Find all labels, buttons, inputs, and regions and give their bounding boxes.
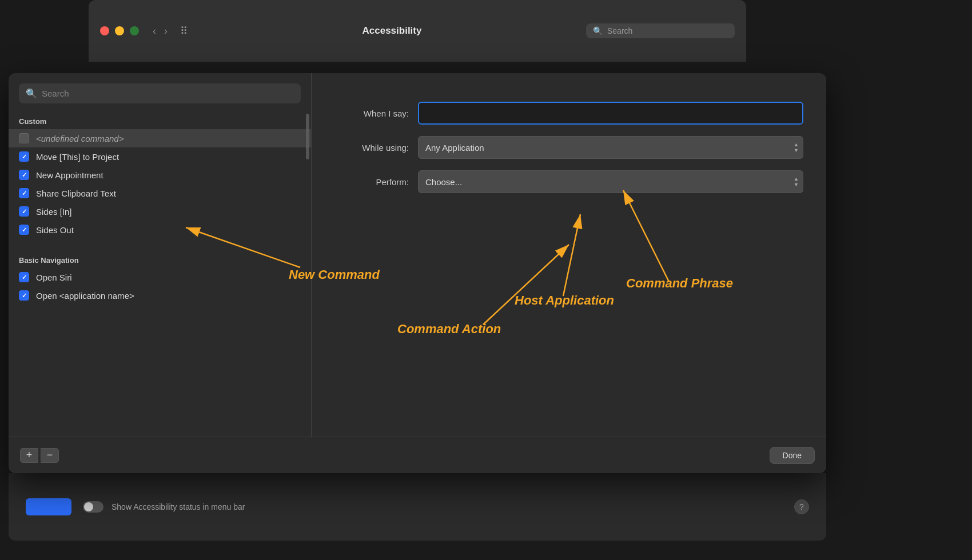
perform-select-wrapper: Choose... ▲ ▼ xyxy=(418,170,803,193)
search-icon: 🔍 xyxy=(593,26,603,35)
scrollbar-thumb[interactable] xyxy=(306,114,309,159)
forward-arrow[interactable]: › xyxy=(162,25,170,37)
help-button[interactable]: ? xyxy=(794,499,809,514)
title-search-input[interactable] xyxy=(607,26,728,35)
search-box[interactable]: 🔍 xyxy=(19,83,301,103)
item-label-sides-out: Sides Out xyxy=(36,225,74,235)
done-button[interactable]: Done xyxy=(770,447,815,464)
list-item-open-siri[interactable]: Open Siri xyxy=(9,268,311,286)
when-i-say-row: When I say: xyxy=(334,102,803,125)
right-panel: When I say: While using: Any Application… xyxy=(312,73,826,437)
perform-select[interactable]: Choose... xyxy=(418,170,803,193)
while-using-row: While using: Any Application ▲ ▼ xyxy=(334,136,803,159)
checkbox-sides-in[interactable] xyxy=(19,206,29,217)
list-item-move-project[interactable]: Move [This] to Project xyxy=(9,147,311,166)
section-header-basic-nav: Basic Navigation xyxy=(9,250,311,268)
window-controls xyxy=(100,26,139,35)
while-using-select[interactable]: Any Application xyxy=(418,136,803,159)
title-search-bar[interactable]: 🔍 xyxy=(586,23,735,38)
list-item-share-clipboard[interactable]: Share Clipboard Text xyxy=(9,184,311,202)
list-item-sides-out[interactable]: Sides Out xyxy=(9,221,311,239)
item-label-undefined: <undefined command> xyxy=(36,134,124,143)
add-button[interactable]: + xyxy=(20,448,38,463)
item-label-open-siri: Open Siri xyxy=(36,273,72,282)
nav-arrows: ‹ › xyxy=(150,25,170,37)
when-i-say-input[interactable] xyxy=(418,102,803,125)
while-using-select-wrapper: Any Application ▲ ▼ xyxy=(418,136,803,159)
bottom-bar: + − Done xyxy=(9,437,826,473)
main-content: 🔍 Custom <undefined command> Move [This]… xyxy=(9,73,826,437)
section-header-custom: Custom xyxy=(9,111,311,129)
blue-toggle-button[interactable] xyxy=(26,498,71,515)
item-label-share-clipboard: Share Clipboard Text xyxy=(36,189,116,198)
grid-icon: ⠿ xyxy=(180,25,188,37)
maximize-button[interactable] xyxy=(130,26,139,35)
while-using-label: While using: xyxy=(334,143,409,153)
main-window: 🔍 Custom <undefined command> Move [This]… xyxy=(9,73,826,473)
list-item-undefined[interactable]: <undefined command> xyxy=(9,129,311,147)
search-icon: 🔍 xyxy=(26,88,37,99)
checkbox-share-clipboard[interactable] xyxy=(19,188,29,198)
item-label-sides-in: Sides [In] xyxy=(36,207,72,217)
perform-label: Perform: xyxy=(334,177,409,187)
minimize-button[interactable] xyxy=(115,26,124,35)
item-label-open-app: Open <application name> xyxy=(36,291,134,301)
search-input[interactable] xyxy=(42,89,294,98)
list-section: Custom <undefined command> Move [This] t… xyxy=(9,111,311,437)
back-arrow[interactable]: ‹ xyxy=(150,25,158,37)
list-item-new-appointment[interactable]: New Appointment xyxy=(9,166,311,184)
checkbox-move-project[interactable] xyxy=(19,151,29,162)
bottom-section: Show Accessibility status in menu bar ? xyxy=(9,473,826,541)
when-i-say-label: When I say: xyxy=(334,109,409,118)
item-label-new-appointment: New Appointment xyxy=(36,170,103,180)
title-bar-window: ‹ › ⠿ Accessibility 🔍 xyxy=(89,0,746,62)
item-label-move-project: Move [This] to Project xyxy=(36,152,119,162)
perform-row: Perform: Choose... ▲ ▼ xyxy=(334,170,803,193)
remove-button[interactable]: − xyxy=(41,448,59,463)
checkbox-open-app[interactable] xyxy=(19,290,29,301)
checkbox-new-appointment[interactable] xyxy=(19,170,29,180)
list-item-sides-in[interactable]: Sides [In] xyxy=(9,202,311,221)
window-title: Accessibility xyxy=(198,25,586,37)
list-item-open-app[interactable]: Open <application name> xyxy=(9,286,311,305)
checkbox-undefined[interactable] xyxy=(19,133,29,143)
toggle-switch[interactable] xyxy=(83,501,103,513)
close-button[interactable] xyxy=(100,26,109,35)
checkbox-open-siri[interactable] xyxy=(19,272,29,282)
add-remove-buttons: + − xyxy=(20,448,59,463)
toggle-label: Show Accessibility status in menu bar xyxy=(111,502,794,511)
checkbox-sides-out[interactable] xyxy=(19,225,29,235)
left-panel: 🔍 Custom <undefined command> Move [This]… xyxy=(9,73,312,437)
